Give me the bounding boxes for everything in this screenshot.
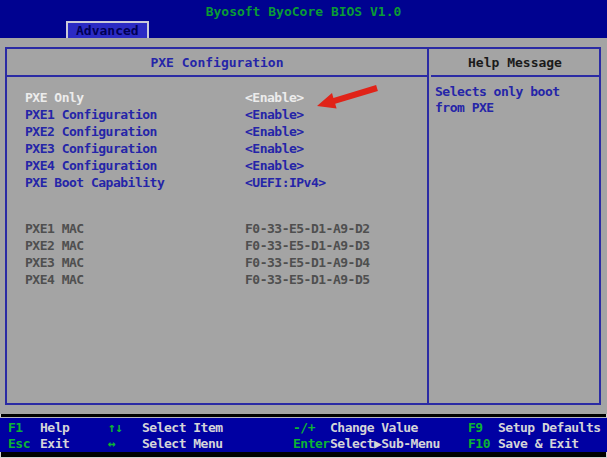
setting-label: PXE1 Configuration	[25, 107, 157, 122]
hint-change-value: -/+Change Value	[293, 421, 418, 435]
titlebar: Byosoft ByoCore BIOS V1.0 Advanced	[0, 0, 607, 38]
hint-save-exit: F10Save & Exit	[468, 437, 579, 451]
setting-label: PXE Boot Capability	[25, 175, 164, 190]
info-value: F0-33-E5-D1-A9-D5	[245, 271, 370, 288]
tab-advanced-label: Advanced	[76, 23, 139, 38]
info-label: PXE1 MAC	[25, 221, 84, 236]
hint-setup-defaults: F9Setup Defaults	[468, 421, 601, 435]
hint-select-menu: ↔Select Menu	[108, 437, 223, 451]
setting-row-pxe3-configuration[interactable]: PXE3 Configuration <Enable>	[7, 140, 427, 157]
setting-label: PXE4 Configuration	[25, 158, 157, 173]
bios-setup-window: Byosoft ByoCore BIOS V1.0 Advanced PXE C…	[0, 0, 607, 458]
setting-row-pxe-boot-capability[interactable]: PXE Boot Capability <UEFI:IPv4>	[7, 174, 427, 191]
key-updown-arrows-icon: ↑↓	[108, 421, 142, 435]
key-leftright-arrows-icon: ↔	[108, 437, 142, 451]
info-row-pxe1-mac: PXE1 MAC F0-33-E5-D1-A9-D2	[7, 220, 427, 237]
key-minus-plus: -/+	[293, 421, 330, 435]
hint-exit: EscExit	[8, 437, 69, 451]
info-label: PXE2 MAC	[25, 238, 84, 253]
mac-address-list: PXE1 MAC F0-33-E5-D1-A9-D2 PXE2 MAC F0-3…	[7, 220, 427, 288]
setting-row-pxe4-configuration[interactable]: PXE4 Configuration <Enable>	[7, 157, 427, 174]
setting-row-pxe2-configuration[interactable]: PXE2 Configuration <Enable>	[7, 123, 427, 140]
setting-value: <Enable>	[245, 140, 304, 157]
page-title: PXE Configuration	[7, 49, 427, 77]
key-enter: Enter	[293, 437, 330, 451]
info-value: F0-33-E5-D1-A9-D2	[245, 220, 370, 237]
key-f9: F9	[468, 421, 498, 435]
setting-row-pxe-only[interactable]: PXE Only <Enable>	[7, 89, 427, 106]
main-panel: PXE Configuration PXE Only <Enable> PXE1…	[5, 47, 601, 405]
hint-select-submenu: EnterSelect▶Sub-Menu	[293, 437, 440, 451]
help-text: Selects only boot from PXE	[431, 77, 599, 116]
key-hint-bar: F1Help ↑↓Select Item -/+Change Value F9S…	[0, 417, 607, 452]
info-label: PXE4 MAC	[25, 272, 84, 287]
setting-row-pxe1-configuration[interactable]: PXE1 Configuration <Enable>	[7, 106, 427, 123]
setting-value: <Enable>	[245, 106, 304, 123]
info-row-pxe2-mac: PXE2 MAC F0-33-E5-D1-A9-D3	[7, 237, 427, 254]
help-pane: Help Message Selects only boot from PXE	[431, 49, 599, 403]
settings-list: PXE Only <Enable> PXE1 Configuration <En…	[7, 89, 427, 288]
info-value: F0-33-E5-D1-A9-D4	[245, 254, 370, 271]
key-f1: F1	[8, 421, 40, 435]
key-f10: F10	[468, 437, 498, 451]
info-label: PXE3 MAC	[25, 255, 84, 270]
info-row-pxe4-mac: PXE4 MAC F0-33-E5-D1-A9-D5	[7, 271, 427, 288]
setting-value: <UEFI:IPv4>	[245, 174, 326, 191]
setting-value: <Enable>	[245, 123, 304, 140]
key-esc: Esc	[8, 437, 40, 451]
setting-label: PXE Only	[25, 90, 84, 105]
setting-value: <Enable>	[245, 157, 304, 174]
hint-help: F1Help	[8, 421, 69, 435]
help-title: Help Message	[431, 49, 599, 77]
bios-version-title: Byosoft ByoCore BIOS V1.0	[0, 4, 607, 19]
info-row-pxe3-mac: PXE3 MAC F0-33-E5-D1-A9-D4	[7, 254, 427, 271]
setting-value: <Enable>	[245, 89, 304, 106]
tab-advanced[interactable]: Advanced	[66, 21, 149, 38]
settings-pane: PXE Configuration PXE Only <Enable> PXE1…	[7, 49, 429, 403]
info-value: F0-33-E5-D1-A9-D3	[245, 237, 370, 254]
setup-screen: PXE Configuration PXE Only <Enable> PXE1…	[0, 38, 607, 414]
hint-select-item: ↑↓Select Item	[108, 421, 223, 435]
setting-label: PXE3 Configuration	[25, 141, 157, 156]
setting-label: PXE2 Configuration	[25, 124, 157, 139]
